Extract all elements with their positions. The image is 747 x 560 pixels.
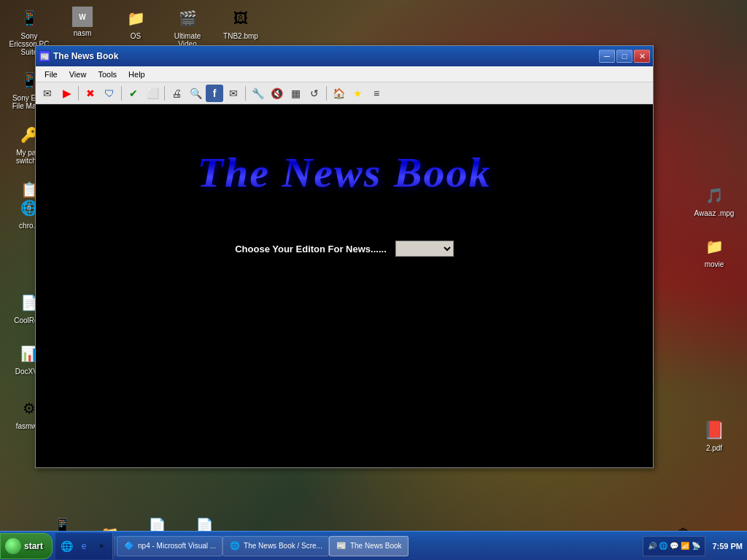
newsbook-label: The News Book	[350, 542, 402, 550]
toolbar: ✉ ▶ ✖ 🛡 ✔ ⬜ 🖨 🔍 f ✉ 🔧 🔇 ▦ ↺ 🏠 ★ ≡	[36, 82, 653, 104]
newsbook-screen-label: The News Book / Scre...	[244, 542, 322, 550]
os-label: OS	[131, 32, 141, 40]
content-area: The News Book Choose Your Editon For New…	[36, 104, 653, 467]
toolbar-mail-btn[interactable]: ✉	[39, 85, 56, 102]
toolbar-scan-btn[interactable]: 🔍	[187, 85, 204, 102]
np4-label: np4 - Microsoft Visual ...	[138, 542, 216, 550]
toolbar-square-btn[interactable]: ⬜	[144, 85, 161, 102]
os-icon: 📁	[124, 7, 147, 30]
start-button[interactable]: start	[0, 533, 53, 559]
tnb2-label: TNB2.bmp	[223, 32, 258, 40]
toolbar-sep-5	[326, 86, 327, 101]
movie-icon: 📁	[703, 235, 726, 258]
clock: 7:59 PM	[708, 542, 743, 551]
desktop-icon-movie[interactable]: 📁 movie	[689, 232, 740, 271]
tray-icon-5[interactable]: 📡	[692, 542, 700, 550]
toolbar-grid-btn[interactable]: ▦	[287, 85, 304, 102]
window-icon: 📰	[39, 50, 50, 62]
toolbar-check-btn[interactable]: ✔	[125, 85, 142, 102]
desktop-icon-2pdf[interactable]: 📕 2.pdf	[689, 416, 740, 455]
newsbook-screen-icon: 🌐	[229, 540, 241, 552]
edition-dropdown[interactable]	[395, 241, 454, 257]
taskbar-np4-btn[interactable]: 🔷 np4 - Microsoft Visual ...	[117, 536, 222, 556]
toolbar-email-btn[interactable]: ✉	[225, 85, 242, 102]
newsbook-icon: 📰	[336, 540, 347, 552]
taskbar-div-1	[115, 536, 115, 556]
window-controls: ─ □ ✕	[599, 50, 650, 63]
menu-help[interactable]: Help	[123, 69, 151, 80]
toolbar-mute-btn[interactable]: 🔇	[268, 85, 285, 102]
tray-icon-4[interactable]: 📶	[681, 542, 689, 550]
menu-view[interactable]: View	[63, 69, 93, 80]
taskbar-right: 🔊 🌐 💬 📶 📡 7:59 PM	[643, 536, 747, 556]
window-title: The News Book	[53, 51, 599, 61]
tnb2-icon: 🖼	[229, 7, 252, 30]
toolbar-sep-1	[78, 86, 79, 101]
desktop-icon-tnb2[interactable]: 🖼 TNB2.bmp	[215, 4, 266, 43]
taskbar-newsbook-screen-btn[interactable]: 🌐 The News Book / Scre...	[222, 536, 329, 556]
toolbar-sep-4	[245, 86, 246, 101]
toolbar-sep-3	[164, 86, 165, 101]
2pdf-label: 2.pdf	[706, 444, 722, 452]
desktop-icon-nasm[interactable]: W nasm	[57, 4, 108, 40]
ql-ie2-btn[interactable]: e	[76, 538, 92, 554]
toolbar-list-btn[interactable]: ≡	[368, 85, 385, 102]
toolbar-refresh-btn[interactable]: ↺	[306, 85, 323, 102]
quick-launch: 🌐 e »	[55, 533, 113, 559]
start-label: start	[24, 541, 43, 551]
toolbar-sep-2	[121, 86, 122, 101]
main-window: 📰 The News Book ─ □ ✕ File View Tools He…	[35, 45, 654, 468]
desktop-icon-awaaz[interactable]: 🎵 Awaaz .mpg	[689, 181, 740, 220]
toolbar-close-btn[interactable]: ✖	[82, 85, 99, 102]
np4-icon: 🔷	[123, 540, 135, 552]
nasm-label: nasm	[74, 29, 91, 37]
desktop: 📱 Sony Ericsson PC Suite W nasm 📁 OS 🎬 U…	[0, 0, 747, 560]
choose-label: Choose Your Editon For News......	[235, 244, 387, 254]
choose-row: Choose Your Editon For News......	[235, 241, 454, 257]
window-titlebar: 📰 The News Book ─ □ ✕	[36, 46, 653, 66]
toolbar-youtube-btn[interactable]: ▶	[58, 85, 75, 102]
movie-label: movie	[705, 260, 724, 268]
tray-icon-3[interactable]: 💬	[670, 542, 678, 550]
taskbar: start 🌐 e » 🔷 np4 - Microsoft Visual ...…	[0, 531, 747, 560]
menu-tools[interactable]: Tools	[92, 69, 123, 80]
toolbar-facebook-btn[interactable]: f	[206, 85, 223, 102]
desktop-icon-os[interactable]: 📁 OS	[110, 4, 161, 43]
ql-more-btn[interactable]: »	[93, 538, 109, 554]
start-orb	[5, 538, 21, 554]
toolbar-shield-btn[interactable]: 🛡	[101, 85, 118, 102]
tray-icon-2[interactable]: 🌐	[659, 542, 667, 550]
system-tray: 🔊 🌐 💬 📶 📡	[643, 536, 705, 556]
awaaz-label: Awaaz .mpg	[694, 209, 735, 217]
tray-icon-1[interactable]: 🔊	[648, 542, 657, 550]
taskbar-newsbook-btn[interactable]: 📰 The News Book	[329, 536, 409, 556]
nasm-icon: W	[72, 7, 93, 27]
maximize-button[interactable]: □	[616, 50, 632, 63]
ql-ie-btn[interactable]: 🌐	[58, 538, 74, 554]
awaaz-icon: 🎵	[703, 184, 726, 207]
toolbar-star-btn[interactable]: ★	[349, 85, 366, 102]
menubar: File View Tools Help	[36, 66, 653, 82]
close-button[interactable]: ✕	[634, 50, 650, 63]
menu-file[interactable]: File	[39, 69, 63, 80]
sony-ericsson-icon: 📱	[18, 7, 41, 30]
toolbar-home-btn[interactable]: 🏠	[330, 85, 347, 102]
toolbar-print-btn[interactable]: 🖨	[168, 85, 185, 102]
2pdf-icon: 📕	[703, 419, 726, 442]
ultimate-video-icon: 🎬	[176, 7, 199, 30]
minimize-button[interactable]: ─	[599, 50, 615, 63]
toolbar-tool-btn[interactable]: 🔧	[249, 85, 266, 102]
app-title: The News Book	[198, 148, 492, 197]
